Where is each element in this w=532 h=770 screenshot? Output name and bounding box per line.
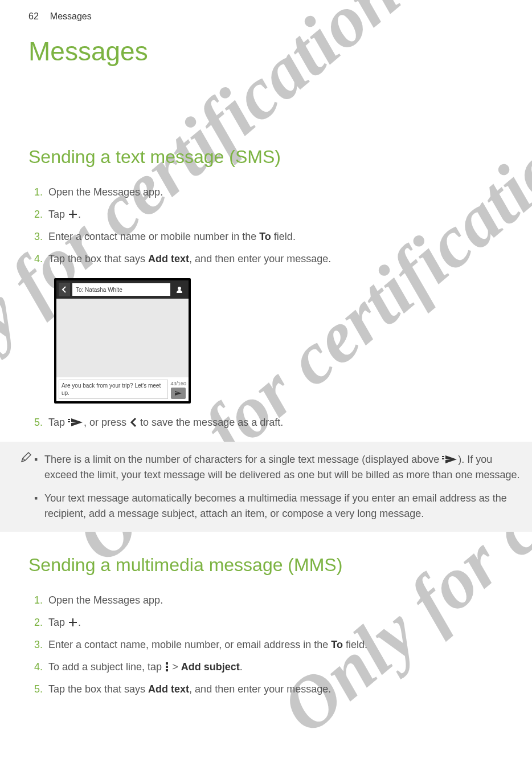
- text-fragment: Tap the box that says: [48, 253, 148, 264]
- step-text: To add a subject line, tap > Add subject…: [48, 659, 504, 675]
- svg-point-0: [178, 287, 181, 290]
- list-item: 4. To add a subject line, tap > Add subj…: [28, 659, 504, 675]
- text-fragment: field.: [271, 231, 296, 242]
- bullet-icon: ▪: [34, 452, 44, 483]
- svg-rect-4: [442, 458, 444, 459]
- app-screenshot: To: Natasha White Are you back from your…: [54, 278, 191, 404]
- text-bold: To: [259, 231, 271, 242]
- text-fragment: .: [78, 617, 81, 628]
- text-fragment: , or press: [84, 417, 129, 428]
- message-input: Are you back from your trip? Let's meet …: [59, 380, 168, 399]
- svg-rect-2: [68, 421, 70, 422]
- page-number: 62: [28, 11, 39, 22]
- step-number: 3.: [28, 637, 48, 653]
- list-item: 3. Enter a contact name or mobile number…: [28, 229, 504, 245]
- note-text: Your text message automatically becomes …: [44, 491, 521, 522]
- step-text: Enter a contact name, mobile number, or …: [48, 637, 504, 653]
- chapter-title: Messages: [28, 36, 504, 67]
- text-fragment: .: [78, 209, 81, 220]
- back-button-icon: [59, 283, 70, 296]
- list-item: 2. Tap .: [28, 615, 504, 630]
- step-text: Open the Messages app.: [48, 593, 504, 608]
- text-bold: Add text: [148, 253, 189, 264]
- step-text: Tap .: [48, 207, 504, 222]
- step-number: 1.: [28, 593, 48, 608]
- step-text: Tap .: [48, 615, 504, 630]
- text-fragment: To add a subject line, tap: [48, 661, 165, 673]
- plus-icon: [68, 209, 78, 219]
- note-callout: ▪ There is a limit on the number of char…: [0, 442, 532, 532]
- send-button-icon: [171, 388, 186, 399]
- list-item: 1. Open the Messages app.: [28, 185, 504, 200]
- text-fragment: Tap: [48, 417, 68, 428]
- text-bold: Add subject: [181, 661, 240, 673]
- text-bold: To: [331, 639, 343, 650]
- back-chevron-icon: [129, 417, 137, 427]
- contact-picker-icon: [173, 283, 186, 296]
- text-fragment: .: [240, 661, 243, 673]
- document-page: 62 Messages Messages Sending a text mess…: [0, 0, 532, 737]
- page-header: 62 Messages: [28, 11, 504, 22]
- sms-section-heading: Sending a text message (SMS): [28, 146, 504, 168]
- list-item: 4. Tap the box that says Add text, and t…: [28, 251, 504, 267]
- svg-rect-1: [68, 419, 70, 420]
- step-number: 3.: [28, 229, 48, 245]
- step-text: Tap , or press to save the message as a …: [48, 415, 504, 430]
- svg-rect-3: [442, 456, 444, 457]
- step-text: Tap the box that says Add text, and then…: [48, 682, 504, 697]
- step-number: 2.: [28, 207, 48, 222]
- pencil-icon: [20, 452, 32, 465]
- text-fragment: , and then enter your message.: [189, 683, 331, 695]
- list-item: 3. Enter a contact name, mobile number, …: [28, 637, 504, 653]
- step-number: 4.: [28, 251, 48, 267]
- text-fragment: Tap the box that says: [48, 683, 148, 695]
- note-item: ▪ There is a limit on the number of char…: [34, 452, 521, 483]
- step-text: Tap the box that says Add text, and then…: [48, 251, 504, 267]
- step-number: 4.: [28, 659, 48, 675]
- text-fragment: , and then enter your message.: [189, 253, 331, 264]
- text-fragment: >: [169, 661, 181, 673]
- step-text: Enter a contact name or mobile number in…: [48, 229, 504, 245]
- screenshot-topbar: To: Natasha White: [56, 280, 189, 299]
- sms-steps-list: 1. Open the Messages app. 2. Tap . 3. En…: [28, 185, 504, 267]
- list-item: 1. Open the Messages app.: [28, 593, 504, 608]
- menu-dots-icon: [165, 662, 169, 672]
- mms-steps-list: 1. Open the Messages app. 2. Tap . 3. En…: [28, 593, 504, 697]
- text-bold: Add text: [148, 683, 189, 695]
- screenshot-bottom-bar: Are you back from your trip? Let's meet …: [56, 377, 189, 401]
- text-fragment: to save the message as a draft.: [137, 417, 283, 428]
- text-fragment: There is a limit on the number of charac…: [44, 454, 442, 465]
- svg-rect-5: [166, 662, 168, 665]
- step-number: 2.: [28, 615, 48, 630]
- sms-steps-list-continued: 5. Tap , or press to save the message as…: [28, 415, 504, 430]
- text-fragment: Tap: [48, 617, 68, 628]
- step-number: 5.: [28, 415, 48, 430]
- page-header-section: Messages: [50, 11, 92, 22]
- text-fragment: field.: [343, 639, 367, 650]
- text-fragment: Tap: [48, 209, 68, 220]
- mms-section-heading: Sending a multimedia message (MMS): [28, 555, 504, 576]
- text-fragment: Enter a contact name or mobile number in…: [48, 231, 259, 242]
- list-item: 2. Tap .: [28, 207, 504, 222]
- step-text: Open the Messages app.: [48, 185, 504, 200]
- note-text: There is a limit on the number of charac…: [44, 452, 521, 483]
- plus-icon: [68, 617, 78, 628]
- list-item: 5. Tap , or press to save the message as…: [28, 415, 504, 430]
- note-item: ▪ Your text message automatically become…: [34, 491, 521, 522]
- to-field: To: Natasha White: [72, 283, 170, 296]
- bullet-icon: ▪: [34, 491, 44, 522]
- svg-rect-6: [166, 666, 168, 668]
- svg-rect-7: [166, 669, 168, 671]
- step-number: 5.: [28, 682, 48, 697]
- text-fragment: Enter a contact name, mobile number, or …: [48, 639, 331, 650]
- screenshot-right-col: 43/160: [170, 381, 186, 399]
- list-item: 5. Tap the box that says Add text, and t…: [28, 682, 504, 697]
- char-count: 43/160: [170, 381, 186, 386]
- step-number: 1.: [28, 185, 48, 200]
- send-icon: [442, 454, 458, 465]
- send-icon: [68, 417, 84, 427]
- screenshot-body: [56, 299, 189, 377]
